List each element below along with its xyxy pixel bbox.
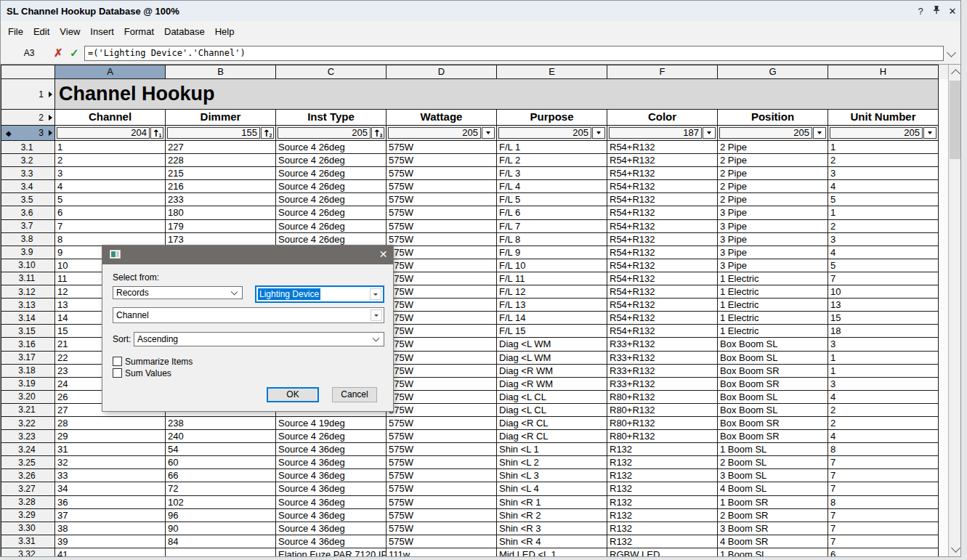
sort-order-button[interactable]: ↑3 xyxy=(371,127,384,139)
table-cell[interactable]: R54+R132 xyxy=(607,312,718,325)
table-cell[interactable]: 575W xyxy=(387,509,497,522)
formula-dropdown-icon[interactable] xyxy=(948,49,955,56)
row-gutter[interactable]: 3.26 xyxy=(1,469,55,482)
table-cell[interactable]: 1 xyxy=(828,206,939,219)
table-cell[interactable]: 575W xyxy=(387,167,497,180)
table-cell[interactable]: 60 xyxy=(166,456,276,469)
table-cell[interactable]: 15 xyxy=(828,312,939,325)
vertical-scrollbar[interactable] xyxy=(948,65,961,556)
table-cell[interactable]: Diag <R CL xyxy=(497,417,607,430)
table-cell[interactable]: 575W xyxy=(387,272,497,285)
table-cell[interactable]: F/L 4 xyxy=(497,180,607,193)
row-gutter[interactable]: 3.9 xyxy=(1,246,55,259)
table-cell[interactable]: Source 4 36deg xyxy=(276,469,387,482)
cancel-button[interactable]: Cancel xyxy=(332,387,377,402)
table-cell[interactable]: 1 Boom SR xyxy=(718,496,828,509)
row-gutter[interactable]: 3.12 xyxy=(1,285,55,299)
table-cell[interactable]: 13 xyxy=(828,299,939,312)
dropdown-button[interactable] xyxy=(592,127,605,139)
table-cell[interactable]: R33+R132 xyxy=(607,338,718,351)
table-cell[interactable]: 2 xyxy=(55,154,166,167)
table-cell[interactable]: Shin <R 4 xyxy=(497,535,607,548)
field-dropdown[interactable]: Channel xyxy=(113,307,384,323)
table-cell[interactable]: 10 xyxy=(828,285,939,299)
row-gutter[interactable]: 3.5 xyxy=(1,193,55,206)
table-cell[interactable]: 216 xyxy=(166,180,276,193)
sort-order-button[interactable]: ↑1 xyxy=(150,127,163,139)
dialog-close-icon[interactable]: ✕ xyxy=(373,245,393,264)
table-cell[interactable]: Diag <L CL xyxy=(497,404,607,417)
table-cell[interactable]: Source 4 36deg xyxy=(276,535,387,548)
table-cell[interactable]: Box Boom SL xyxy=(718,352,828,365)
table-cell[interactable]: 7 xyxy=(828,509,939,522)
table-cell[interactable]: 4 xyxy=(828,430,939,443)
row-gutter[interactable]: 3.21 xyxy=(1,404,55,417)
table-cell[interactable]: 1 xyxy=(828,352,939,365)
table-cell[interactable]: 575W xyxy=(387,246,497,259)
table-cell[interactable]: Source 4 36deg xyxy=(276,496,387,509)
menu-database[interactable]: Database xyxy=(159,21,210,42)
table-cell[interactable]: R80+R132 xyxy=(607,430,718,443)
row-gutter[interactable]: 3.6 xyxy=(1,206,55,219)
summary-count[interactable]: 204 xyxy=(57,127,150,139)
table-cell[interactable]: Source 4 36deg xyxy=(276,522,387,535)
table-cell[interactable]: 39 xyxy=(55,535,166,548)
row-gutter[interactable]: 3.31 xyxy=(1,535,55,548)
table-cell[interactable]: Diag <L WM xyxy=(497,352,607,365)
field-header[interactable]: Dimmer xyxy=(166,110,276,126)
dropdown-button[interactable] xyxy=(703,127,716,139)
table-cell[interactable]: R132 xyxy=(607,535,718,548)
table-cell[interactable]: F/L 3 xyxy=(497,167,607,180)
table-cell[interactable]: 96 xyxy=(166,509,276,522)
table-cell[interactable]: R54+R132 xyxy=(607,220,718,233)
table-cell[interactable]: 3 xyxy=(828,378,939,391)
table-cell[interactable]: R33+R132 xyxy=(607,352,718,365)
row-gutter[interactable]: 3.15 xyxy=(1,325,55,338)
field-header[interactable]: Inst Type xyxy=(276,110,387,126)
column-header-E[interactable]: E xyxy=(497,65,607,79)
table-cell[interactable]: R80+R132 xyxy=(607,404,718,417)
table-cell[interactable]: 575W xyxy=(387,469,497,482)
row-gutter-header[interactable] xyxy=(1,65,55,79)
menu-insert[interactable]: Insert xyxy=(85,21,119,42)
table-cell[interactable]: 575W xyxy=(387,365,497,378)
table-cell[interactable]: 1 Boom SL xyxy=(718,548,828,556)
table-cell[interactable]: Source 4 26deg xyxy=(276,154,387,167)
table-cell[interactable]: 41 xyxy=(55,548,166,556)
table-cell[interactable]: 1 xyxy=(828,365,939,378)
table-cell[interactable]: 2 Boom SR xyxy=(718,509,828,522)
table-cell[interactable]: R54+R132 xyxy=(607,154,718,167)
table-cell[interactable]: Shin <L 1 xyxy=(497,443,607,456)
table-cell[interactable]: 7 xyxy=(828,272,939,285)
formula-confirm-icon[interactable]: ✓ xyxy=(70,46,79,60)
table-cell[interactable]: F/L 14 xyxy=(497,312,607,325)
table-cell[interactable]: Diag <L WM xyxy=(497,338,607,351)
table-cell[interactable]: 2 Pipe xyxy=(718,167,828,180)
table-cell[interactable]: Source 4 26deg xyxy=(276,193,387,206)
table-cell[interactable]: Box Boom SR xyxy=(718,365,828,378)
table-cell[interactable]: Shin <L 3 xyxy=(497,469,607,482)
table-cell[interactable] xyxy=(166,548,276,556)
table-cell[interactable]: 4 xyxy=(828,246,939,259)
table-cell[interactable]: 7 xyxy=(55,220,166,233)
table-cell[interactable]: 575W xyxy=(387,417,497,430)
table-cell[interactable]: 2 Boom SL xyxy=(718,456,828,469)
table-cell[interactable]: 84 xyxy=(166,535,276,548)
table-cell[interactable]: Source 4 36deg xyxy=(276,482,387,495)
table-cell[interactable]: 38 xyxy=(55,522,166,535)
table-cell[interactable]: R54+R132 xyxy=(607,180,718,193)
table-cell[interactable]: 238 xyxy=(166,417,276,430)
table-cell[interactable]: Box Boom SR xyxy=(718,378,828,391)
table-cell[interactable]: 575W xyxy=(387,220,497,233)
table-cell[interactable]: 2 xyxy=(828,154,939,167)
table-cell[interactable]: 3 Pipe xyxy=(718,220,828,233)
scroll-up-icon[interactable] xyxy=(949,65,961,79)
records-dropdown[interactable]: Records xyxy=(113,286,243,299)
dropdown-button[interactable] xyxy=(370,288,381,300)
table-cell[interactable]: F/L 8 xyxy=(497,233,607,246)
table-cell[interactable]: 2 Pipe xyxy=(718,180,828,193)
row-gutter[interactable]: 3.23 xyxy=(1,430,55,443)
column-header-B[interactable]: B xyxy=(166,65,276,79)
row-gutter[interactable]: 3.1 xyxy=(1,141,55,154)
row-gutter[interactable]: 3.25 xyxy=(1,456,55,469)
